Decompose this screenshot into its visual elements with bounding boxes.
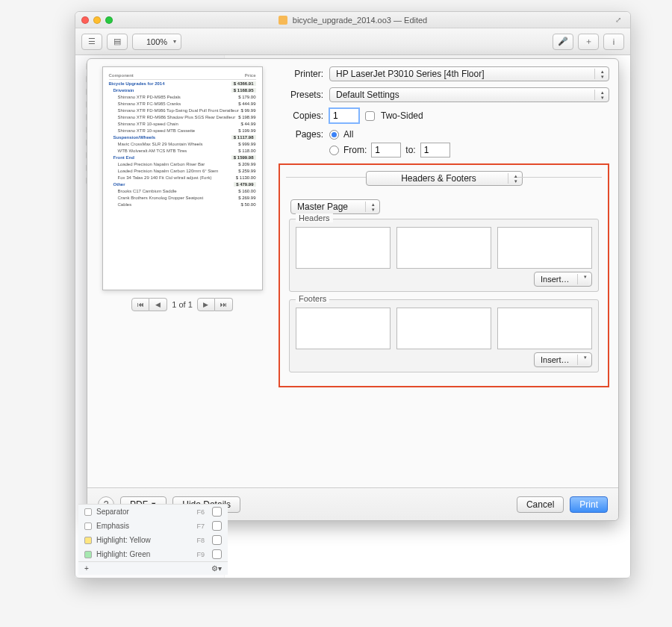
minimize-icon[interactable] xyxy=(93,16,101,24)
pages-all-radio[interactable] xyxy=(329,130,339,140)
page-scope-select[interactable]: Master Page▴▾ xyxy=(290,199,380,214)
document-icon xyxy=(279,16,287,25)
footer-right-field[interactable] xyxy=(497,308,592,349)
preview-row: Mavic CrossMax SLR 29 Mountain Wheels$ 9… xyxy=(109,140,256,147)
pages-from-input[interactable] xyxy=(371,143,401,157)
preview-row: Drivetrain$ 1168.95 xyxy=(109,87,256,93)
from-label: From: xyxy=(343,145,367,155)
printer-label: Printer: xyxy=(279,69,323,79)
style-actions-button[interactable]: ⚙︎▾ xyxy=(211,564,222,573)
preview-row: Fox 34 Talas 29 140 Fit Ctd w/trail adju… xyxy=(109,174,256,181)
toggle-sidebar-button[interactable]: ☰ xyxy=(81,34,102,50)
styles-palette: SeparatorF6EmphasisF7Highlight: YellowF8… xyxy=(78,504,228,575)
zoom-icon[interactable] xyxy=(105,16,113,24)
two-sided-checkbox[interactable] xyxy=(365,111,375,121)
preview-row: Shimano XTR FC-M985 Cranks$ 444.99 xyxy=(109,100,256,107)
header-left-field[interactable] xyxy=(296,227,391,269)
headers-group: Headers Insert…▾ xyxy=(289,219,599,292)
toggle-inspector-button[interactable]: ▤ xyxy=(107,34,128,50)
titlebar: bicycle_upgrade_2014.oo3 — Edited ⤢ xyxy=(75,12,630,28)
presets-label: Presets: xyxy=(279,90,323,100)
preview-row: Bicycle Upgrades for 2014$ 4366.91 xyxy=(109,80,256,87)
preview-row: Suspension/Wheels$ 1117.98 xyxy=(109,134,256,140)
zoom-select[interactable]: 100% xyxy=(132,34,181,50)
headers-footers-section: Headers & Footers▴▾ Master Page▴▾ Header… xyxy=(279,163,609,387)
style-item[interactable]: Highlight: YellowF8 xyxy=(78,533,228,547)
preview-row: WTB Wolveralt AM TCS MTB Tires$ 118.00 xyxy=(109,147,256,154)
footers-title: Footers xyxy=(296,294,329,303)
printer-select[interactable]: HP LaserJet P3010 Series [4th Floor]▴▾ xyxy=(329,66,609,81)
preview-row: Shimano XTR FD-M986 Top-Swing Dual Pull … xyxy=(109,107,256,113)
app-window: bicycle_upgrade_2014.oo3 — Edited ⤢ ☰ ▤ … xyxy=(75,11,631,578)
mic-icon[interactable]: 🎤 xyxy=(553,34,573,50)
toolbar: ☰ ▤ 100% 🎤 ＋ i xyxy=(75,28,630,55)
last-page-button[interactable]: ⏭ xyxy=(215,298,233,311)
preview-row: Loaded Precision Napalm Carbon Riser Bar… xyxy=(109,160,256,167)
footer-center-field[interactable] xyxy=(396,308,491,349)
close-icon[interactable] xyxy=(81,16,89,24)
cancel-button[interactable]: Cancel xyxy=(517,496,564,513)
preview-page: Component Price Bicycle Upgrades for 201… xyxy=(102,66,263,290)
pages-label: Pages: xyxy=(279,129,323,140)
next-page-button[interactable]: ▶ xyxy=(197,298,215,311)
print-preview-pane: Component Price Bicycle Upgrades for 201… xyxy=(96,66,268,487)
edited-suffix: — Edited xyxy=(393,16,427,25)
preview-row: Brooks C17 Cambium Saddle$ 160.00 xyxy=(109,187,256,194)
prev-page-button[interactable]: ◀ xyxy=(149,298,167,311)
preview-row: Other$ 479.99 xyxy=(109,181,256,187)
preview-row: Shimano XTR 10-speed MTB Cassette$ 199.9… xyxy=(109,127,256,134)
print-panel-select[interactable]: Headers & Footers▴▾ xyxy=(366,171,523,186)
add-style-button[interactable]: + xyxy=(84,564,89,573)
footers-group: Footers Insert…▾ xyxy=(289,299,599,372)
info-icon[interactable]: i xyxy=(603,34,624,50)
style-item[interactable]: SeparatorF6 xyxy=(78,505,228,519)
page-indicator: 1 of 1 xyxy=(172,300,193,309)
fullscreen-icon[interactable]: ⤢ xyxy=(615,16,624,25)
headers-title: Headers xyxy=(296,213,333,222)
header-insert-select[interactable]: Insert…▾ xyxy=(534,272,592,287)
preview-row: Shimano XTR RD-M986 Shadow Plus SGS Rear… xyxy=(109,113,256,120)
pages-to-input[interactable] xyxy=(420,143,450,157)
header-center-field[interactable] xyxy=(396,227,491,269)
preview-row: Shimano XTR 10-speed Chain$ 44.99 xyxy=(109,120,256,127)
preview-row: Loaded Precision Napalm Carbon 120mm 6° … xyxy=(109,167,256,174)
preview-row: Front End$ 1599.98 xyxy=(109,154,256,160)
copies-input[interactable] xyxy=(329,108,359,123)
copies-label: Copies: xyxy=(279,110,323,121)
to-label: to: xyxy=(405,145,415,155)
print-dialog: Component Price Bicycle Upgrades for 201… xyxy=(87,58,619,521)
print-button[interactable]: Print xyxy=(570,496,608,513)
print-options: Printer: HP LaserJet P3010 Series [4th F… xyxy=(279,66,609,487)
presets-select[interactable]: Default Settings▴▾ xyxy=(329,87,609,102)
attach-icon[interactable]: ＋ xyxy=(578,34,599,50)
preview-row: Cables$ 50.00 xyxy=(109,201,256,208)
page-navigator: ⏮ ◀ 1 of 1 ▶ ⏭ xyxy=(131,298,233,311)
preview-row: Crank Brothers Kronolog Dropper Seatpost… xyxy=(109,194,256,201)
footer-left-field[interactable] xyxy=(296,308,391,349)
traffic-lights xyxy=(81,16,113,24)
footer-insert-select[interactable]: Insert…▾ xyxy=(534,352,592,367)
style-item[interactable]: Highlight: GreenF9 xyxy=(78,547,228,561)
pages-range-radio[interactable] xyxy=(329,146,339,155)
pages-all-label: All xyxy=(343,129,353,140)
first-page-button[interactable]: ⏮ xyxy=(131,298,149,311)
two-sided-label: Two-Sided xyxy=(381,110,423,121)
window-title: bicycle_upgrade_2014.oo3 xyxy=(293,16,391,25)
header-right-field[interactable] xyxy=(497,227,592,269)
preview-row: Shimano XTR PD-M985 Pedals$ 179.00 xyxy=(109,93,256,100)
style-item[interactable]: EmphasisF7 xyxy=(78,519,228,533)
